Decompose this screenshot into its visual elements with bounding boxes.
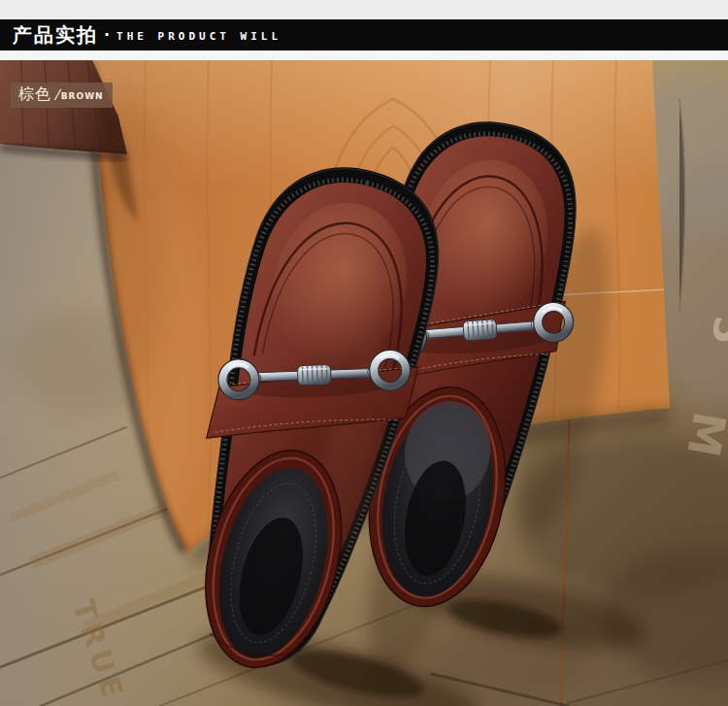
stencil-text-right-mid: M (677, 408, 728, 460)
product-photo-section: 产品实拍 · THE PRODUCT WILL 棕色 / BROWN (0, 0, 728, 706)
section-title-en: THE PRODUCT WILL (116, 27, 281, 43)
section-title-cn: 产品实拍 (13, 25, 98, 45)
gap-strip (0, 50, 728, 60)
stencil-text-right-top: 5 (703, 314, 728, 347)
photo-scene: TRUE 5 M (0, 60, 728, 706)
color-swatch-label: 棕色 / BROWN (11, 83, 113, 108)
color-name-cn: 棕色 (18, 84, 51, 105)
top-strip (0, 0, 728, 19)
product-photo: 棕色 / BROWN (0, 60, 728, 706)
color-label-slash: / (54, 86, 59, 102)
title-separator-dot: · (104, 27, 110, 43)
section-header-banner: 产品实拍 · THE PRODUCT WILL (0, 19, 728, 50)
color-name-en: BROWN (61, 91, 104, 101)
